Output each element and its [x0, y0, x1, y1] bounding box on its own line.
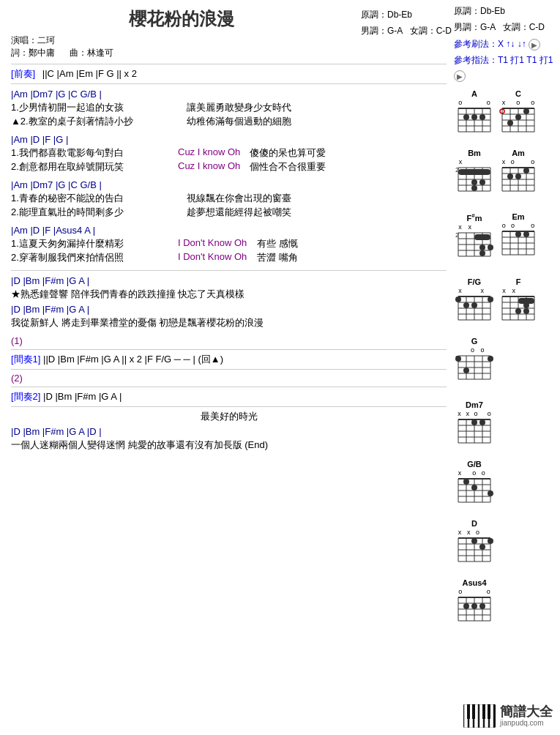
verse2-lyric1a: 1.我們都喜歡電影每句對白 [11, 146, 172, 160]
chord-Dm7: Dm7 xxoo [455, 400, 493, 452]
svg-point-12 [479, 114, 485, 120]
chord-diagrams: A oo [454, 87, 556, 633]
svg-rect-38 [458, 169, 490, 175]
svg-point-95 [488, 296, 493, 302]
svg-point-40 [479, 179, 485, 185]
outro-block: |D |Bm |F#m |G A |D | 一個人迷糊兩個人變得迷惘 純愛的故事… [11, 426, 447, 452]
play-btn-strum[interactable]: ▶ [529, 39, 540, 51]
verse3-lyric2b: 趁夢想還能經得起被嘲笑 [187, 206, 291, 219]
male-key: 男調：G-A [454, 22, 496, 32]
svg-point-94 [471, 302, 477, 308]
svg-point-53 [515, 174, 521, 179]
chord-G-svg: 3 [455, 354, 493, 391]
chord-F: F xx [499, 277, 537, 329]
svg-point-135 [479, 419, 485, 425]
chord-A: A oo [455, 89, 493, 141]
svg-point-134 [471, 419, 477, 425]
prelude-chords: ||C |Am |Em |F G || x 2 [42, 68, 137, 79]
svg-point-67 [479, 245, 485, 250]
svg-point-11 [471, 114, 477, 120]
verse2-lyric1b-rest: 傻傻的呆也算可愛 [250, 146, 326, 160]
verse2-lyric1b-eng: Cuz I know Oh [178, 146, 244, 160]
svg-point-69 [479, 250, 485, 256]
verse1-lyric2b: 幼稚佈滿每個過動的細胞 [187, 115, 291, 128]
meta-block: 原調：Db-Eb 男調：G-A 女調：C-D [361, 7, 452, 39]
chord-FG: F/G xx [455, 277, 493, 329]
svg-point-10 [463, 114, 469, 120]
svg-rect-182 [467, 704, 470, 719]
verse2-lyric2a: 2.創意都用在取綽號開玩笑 [11, 160, 172, 174]
chord-Em-svg [499, 230, 537, 262]
svg-point-108 [523, 302, 529, 308]
verse1-block: |Am |Dm7 |G |C G/B | 1.少男情初開一起追的女孩 讓美麗勇敢… [11, 89, 447, 128]
svg-point-121 [455, 356, 461, 362]
svg-point-93 [463, 302, 469, 308]
svg-point-41 [471, 185, 477, 191]
svg-point-147 [471, 485, 477, 490]
verse1-lyric1a: 1.少男情初開一起追的女孩 [11, 101, 172, 114]
svg-point-122 [463, 368, 469, 373]
logo-sub: jianpudq.com [500, 719, 553, 727]
chorus-chords1: |D |Bm |F#m |G A | [11, 275, 89, 286]
svg-point-172 [463, 603, 469, 609]
composer-label: 曲：林逢可 [70, 47, 113, 59]
svg-point-123 [488, 356, 493, 362]
chord-Dm7-svg [455, 418, 493, 450]
chord-F-svg [499, 295, 537, 327]
svg-rect-66 [474, 234, 490, 240]
interlude1-bar-label: [間奏1] [11, 354, 40, 365]
svg-point-81 [523, 231, 529, 237]
chord-GB: G/B xoo [455, 460, 493, 512]
chord-Am-svg [499, 166, 537, 198]
bottom-logo: 簡譜大全 jianpudq.com [463, 704, 553, 728]
outro-chords: |D |Bm |F#m |G A |D | [11, 426, 102, 437]
lyricist-label: 詞：鄭中庸 [11, 47, 55, 59]
verse4-chords: |Am |D |F |Asus4 A | [11, 225, 95, 236]
chord-A-svg [455, 107, 493, 139]
verse4-lyric2b-eng: I Don't Know Oh [178, 251, 251, 264]
svg-point-26 [523, 108, 529, 114]
chorus-lyric1: ★熟悉鐘聲響 陪伴我們青春的跌跌撞撞 快忘了天真模樣 [11, 288, 244, 299]
right-panel: 原調：Db-Eb 男調：G-A 女調：C-D 參考刷法：X ↑↓ ↓↑ ▶ 參考… [454, 0, 560, 639]
svg-point-146 [463, 479, 469, 485]
verse2-lyric2b-eng: Cuz I know Oh [178, 160, 244, 174]
svg-point-161 [488, 538, 493, 544]
chord-C-svg [499, 107, 537, 139]
verse1-lyric2a: ▲2.教室的桌子刻著情詩小抄 [11, 115, 172, 128]
original-key: 原調：Db-Eb [454, 4, 556, 20]
svg-rect-185 [488, 704, 490, 719]
prelude-label: [前奏] [11, 68, 35, 79]
svg-point-173 [471, 603, 477, 609]
piano-keys-icon [463, 704, 496, 728]
svg-point-80 [515, 231, 521, 237]
interlude2-bar-label: [間奏2] [11, 391, 40, 402]
outro-lyric: 一個人迷糊兩個人變得迷惘 純愛的故事還有沒有加長版 (End) [11, 439, 268, 450]
interlude2-label: (2) [11, 373, 447, 384]
chord-Fshm: F#m xx 2 [455, 212, 493, 270]
svg-point-68 [488, 245, 493, 250]
svg-rect-183 [472, 704, 475, 719]
interlude2-lyric: 最美好的時光 [201, 411, 258, 422]
singer-label: 演唱：二珂 [11, 34, 113, 47]
chord-Am: Am xoo [499, 149, 537, 205]
verse3-lyric2a: 2.能理直氣壯的時間剩多少 [11, 206, 172, 219]
svg-point-107 [515, 308, 521, 314]
svg-point-92 [455, 296, 461, 302]
verse1-lyric1b: 讓美麗勇敢變身少女時代 [187, 101, 291, 114]
chord-Em: Em ooo [499, 212, 537, 270]
ref-pick-label: 參考指法：T1 打1 T1 打1 [454, 55, 553, 65]
verse4-lyric1b-rest: 有些 感慨 [257, 237, 298, 250]
svg-point-174 [479, 603, 485, 609]
verse1-chords: |Am |Dm7 |G |C G/B | [11, 89, 102, 100]
interlude1-label: (1) [11, 335, 447, 346]
interlude1-content: ||D |Bm |F#m |G A || x 2 |F F/G ─ ─ | (回… [43, 354, 223, 365]
interlude2-content: |D |Bm |F#m |G A | [43, 391, 122, 402]
svg-rect-184 [482, 704, 485, 719]
play-btn-pick[interactable]: ▶ [454, 70, 466, 82]
svg-point-148 [488, 490, 493, 496]
chord-D: D xxo [455, 519, 493, 571]
svg-point-52 [507, 174, 513, 179]
verse4-block: |Am |D |F |Asus4 A | 1.這夏天匆匆漏掉什麼精彩 I Don… [11, 225, 447, 264]
svg-point-25 [515, 114, 521, 120]
chorus-block: |D |Bm |F#m |G A | ★熟悉鐘聲響 陪伴我們青春的跌跌撞撞 快忘… [11, 275, 447, 329]
